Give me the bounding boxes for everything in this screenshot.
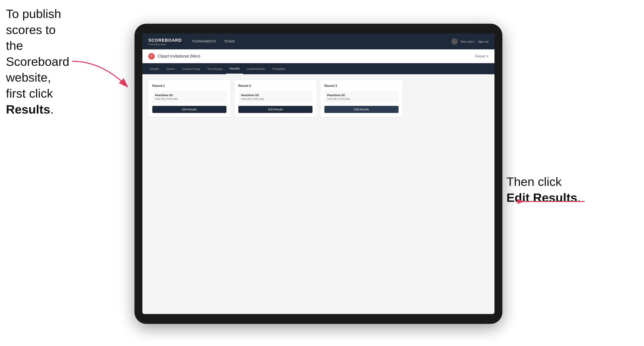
round-1-course-name: Peachtree GC <box>155 94 224 97</box>
nav-tournaments[interactable]: TOURNAMENTS <box>192 39 216 44</box>
tab-printables[interactable]: Printables <box>268 63 289 74</box>
tab-details[interactable]: Details <box>146 63 162 74</box>
tournament-logo-icon: C <box>148 53 155 59</box>
tab-tee-groups[interactable]: Tee Groups <box>204 63 226 74</box>
round-2-course-details: Gold (M) (7010 yds) <box>241 97 310 100</box>
navbar: SCOREBOARD Powered by clippd TOURNAMENTS… <box>142 33 494 49</box>
arrow-left-pointer <box>62 57 138 97</box>
tab-results[interactable]: Results <box>226 63 243 74</box>
round-1-card: Round 1 Peachtree GC Gold (M) (7010 yds)… <box>148 80 230 117</box>
close-icon: ✕ <box>486 54 488 58</box>
round-2-edit-results-button[interactable]: Edit Results <box>238 106 312 113</box>
instruction-right: Then click Edit Results. <box>506 174 581 206</box>
logo-subtitle: Powered by clippd <box>148 43 182 45</box>
logo-area: SCOREBOARD Powered by clippd <box>148 38 182 45</box>
tab-course-setup[interactable]: Course Setup <box>178 63 204 74</box>
tab-bar: Details Teams Course Setup Tee Groups Re… <box>142 63 494 74</box>
tab-teams[interactable]: Teams <box>162 63 178 74</box>
tablet-frame: SCOREBOARD Powered by clippd TOURNAMENTS… <box>134 24 502 324</box>
instruction-left: To publish scores to the Scoreboard webs… <box>6 6 61 117</box>
round-3-course-card: Peachtree GC Gold (M) (7010 yds) <box>324 91 398 103</box>
round-1-title: Round 1 <box>152 84 226 88</box>
round-2-title: Round 2 <box>238 84 312 88</box>
round-3-card: Round 3 Peachtree GC Gold (M) (7010 yds)… <box>320 80 402 117</box>
tournament-name: Clippd Invitational (Men) <box>158 54 475 58</box>
nav-teams[interactable]: TEAMS <box>224 39 235 44</box>
user-info: Test User | <box>461 40 475 43</box>
round-1-course-details: Gold (M) (7010 yds) <box>155 97 224 100</box>
empty-column <box>406 80 488 117</box>
tournament-header: C Clippd Invitational (Men) Cancel ✕ <box>142 49 494 63</box>
round-1-edit-results-button[interactable]: Edit Results <box>152 106 226 113</box>
round-2-card: Round 2 Peachtree GC Gold (M) (7010 yds)… <box>234 80 316 117</box>
cancel-button[interactable]: Cancel ✕ <box>475 54 488 58</box>
round-3-edit-results-button[interactable]: Edit Results <box>324 106 398 113</box>
round-2-course-name: Peachtree GC <box>241 94 310 97</box>
round-3-course-name: Peachtree GC <box>327 94 396 97</box>
nav-links: TOURNAMENTS TEAMS <box>192 39 451 44</box>
user-avatar <box>451 38 458 45</box>
nav-right: Test User | Sign out <box>451 38 488 45</box>
content-area: Round 1 Peachtree GC Gold (M) (7010 yds)… <box>142 74 494 314</box>
round-3-course-details: Gold (M) (7010 yds) <box>327 97 396 100</box>
tablet-screen: SCOREBOARD Powered by clippd TOURNAMENTS… <box>142 33 494 314</box>
round-1-course-card: Peachtree GC Gold (M) (7010 yds) <box>152 91 226 103</box>
logo-text: SCOREBOARD <box>148 38 182 43</box>
round-2-course-card: Peachtree GC Gold (M) (7010 yds) <box>238 91 312 103</box>
round-3-title: Round 3 <box>324 84 398 88</box>
rounds-grid: Round 1 Peachtree GC Gold (M) (7010 yds)… <box>148 80 488 117</box>
sign-out-link[interactable]: Sign out <box>478 40 488 43</box>
tab-leaderboards[interactable]: Leaderboards <box>243 63 268 74</box>
